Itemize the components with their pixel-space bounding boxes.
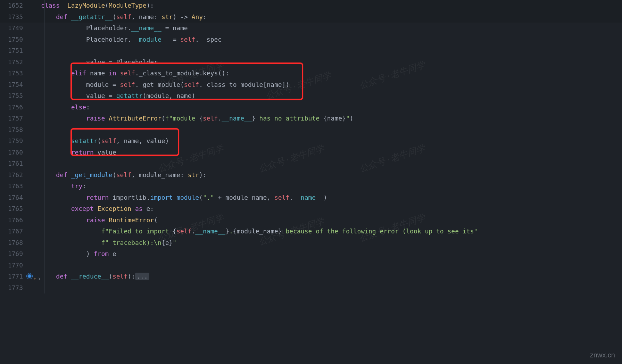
code-line[interactable]: 1771 ↑ › def __reduce__(self):... — [0, 271, 622, 282]
line-number: 1768 — [0, 237, 26, 249]
code-editor[interactable]: 公众号·老牛同学 公众号·老牛同学 公众号·老牛同学 公众号·老牛同学 公众号·… — [0, 0, 622, 293]
footer-watermark: znwx.cn — [590, 349, 615, 361]
line-number: 1770 — [0, 260, 26, 271]
code-line[interactable]: 1773 — [0, 282, 622, 294]
code-line[interactable]: 1768 f" traceback):\n{e}" — [0, 237, 622, 249]
line-number: 1765 — [0, 203, 26, 215]
keyword: class — [41, 2, 60, 9]
line-number: 1773 — [0, 282, 26, 294]
code-line[interactable]: 1652 class _LazyModule(ModuleType): — [0, 0, 622, 11]
code-line[interactable]: 1749 Placeholder.__name__ = name — [0, 23, 622, 34]
code-line[interactable]: 1770 — [0, 260, 622, 271]
code-line[interactable]: 1762 def _get_module(self, module_name: … — [0, 169, 622, 181]
code-line[interactable]: 1764 return importlib.import_module("." … — [0, 192, 622, 204]
keyword: def — [56, 13, 71, 20]
line-number: 1767 — [0, 226, 26, 237]
line-number: 1758 — [0, 124, 26, 136]
code-line[interactable]: 1735 def __getattr__(self, name: str) ->… — [0, 11, 622, 23]
line-number: 1764 — [0, 192, 26, 204]
line-number: 1756 — [0, 102, 26, 113]
line-number: 1753 — [0, 68, 26, 79]
code-line[interactable]: 1757 raise AttributeError(f"module {self… — [0, 113, 622, 124]
line-number: 1757 — [0, 113, 26, 124]
function-name: __getattr__ — [71, 13, 113, 20]
code-line[interactable]: 1763 try: — [0, 181, 622, 192]
line-number: 1755 — [0, 90, 26, 102]
code-line[interactable]: 1769 ) from e — [0, 248, 622, 260]
code-line[interactable]: 1765 except Exception as e: — [0, 203, 622, 215]
class-name: _LazyModule — [64, 2, 105, 9]
line-number: 1762 — [0, 169, 26, 181]
code-line[interactable]: 1759 setattr(self, name, value) — [0, 135, 622, 147]
line-number: 1759 — [0, 135, 26, 147]
breakpoint-icon[interactable] — [26, 273, 33, 279]
code-line[interactable]: 1766 raise RuntimeError( — [0, 215, 622, 226]
code-line[interactable]: 1758 — [0, 124, 622, 136]
line-number: 1769 — [0, 248, 26, 260]
line-number: 1766 — [0, 215, 26, 226]
folded-code[interactable]: ... — [135, 273, 149, 280]
line-number: 1754 — [0, 79, 26, 91]
line-number: 1652 — [0, 0, 26, 11]
line-number: 1760 — [0, 147, 26, 158]
code-line[interactable]: 1755 value = getattr(module, name) — [0, 90, 622, 102]
line-number: 1735 — [0, 11, 26, 23]
line-number: 1751 — [0, 45, 26, 57]
line-number: 1763 — [0, 181, 26, 192]
line-number: 1750 — [0, 34, 26, 46]
code-line[interactable]: 1751 — [0, 45, 622, 57]
code-line[interactable]: 1752 value = Placeholder — [0, 57, 622, 68]
code-line[interactable]: 1767 f"Failed to import {self.__name__}.… — [0, 226, 622, 237]
code-line[interactable]: 1761 — [0, 158, 622, 169]
line-number: 1749 — [0, 23, 26, 34]
code-line[interactable]: 1750 Placeholder.__module__ = self.__spe… — [0, 34, 622, 46]
code-line[interactable]: 1754 module = self._get_module(self._cla… — [0, 79, 622, 91]
code-line[interactable]: 1756 else: — [0, 102, 622, 113]
code-line[interactable]: 1760 return value — [0, 147, 622, 158]
code-line[interactable]: 1753 elif name in self._class_to_module.… — [0, 68, 622, 79]
line-number: 1752 — [0, 57, 26, 68]
line-number: 1771 — [0, 271, 26, 282]
line-number: 1761 — [0, 158, 26, 169]
